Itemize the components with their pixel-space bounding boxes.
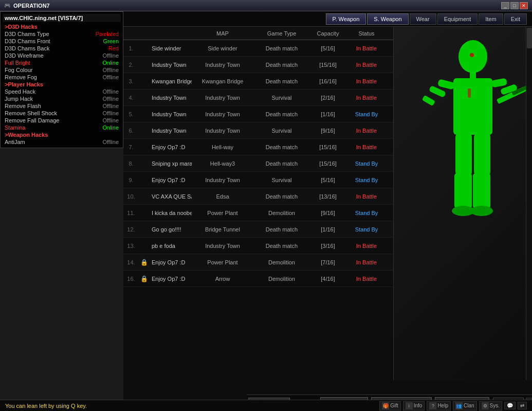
cheat-item-wireframe[interactable]: D3D Wireframe Offline bbox=[3, 52, 121, 59]
nav-item[interactable]: Item bbox=[479, 13, 503, 25]
col-capacity-header: Capacity bbox=[310, 30, 346, 37]
room-gametype: Death match bbox=[253, 111, 310, 117]
svg-rect-3 bbox=[437, 79, 455, 90]
room-gametype: Survival bbox=[253, 128, 310, 134]
table-row[interactable]: 13. pb e foda Industry Town Death match … bbox=[123, 238, 393, 254]
help-button[interactable]: ? Help bbox=[427, 401, 451, 410]
speech-button[interactable]: 💬 bbox=[504, 402, 516, 409]
room-status: In Battle bbox=[346, 95, 387, 101]
info-icon: i bbox=[406, 402, 413, 409]
table-row[interactable]: 9. Enjoy Op7 :D Industry Town Survival [… bbox=[123, 172, 393, 188]
nav-p-weapon[interactable]: P. Weapon bbox=[326, 13, 366, 25]
room-map: Industry Town bbox=[192, 243, 253, 249]
room-map: Kwangan Bridge bbox=[192, 78, 253, 84]
table-row[interactable]: 3. Kwangan Bridge Kwangan Bridge Death m… bbox=[123, 73, 393, 90]
sys-button[interactable]: ⚙ Sys. bbox=[479, 401, 502, 410]
room-name: Enjoy Op7 :D bbox=[149, 144, 192, 150]
room-status: In Battle bbox=[346, 276, 387, 282]
arrows-button[interactable]: ⇄ bbox=[518, 402, 527, 409]
row-number: 6. bbox=[123, 128, 139, 134]
cheat-item-chams-front[interactable]: D3D Chams Front Green bbox=[3, 38, 121, 45]
col-name-header bbox=[149, 30, 192, 37]
room-capacity: [1/16] bbox=[310, 226, 346, 233]
cheat-item-stamina[interactable]: Stamina Online bbox=[3, 124, 121, 131]
room-capacity: [15/16] bbox=[310, 160, 346, 167]
clan-button[interactable]: 👥 Clan bbox=[453, 401, 477, 410]
player-model-panel bbox=[393, 27, 532, 380]
room-gametype: Demolition bbox=[253, 259, 310, 265]
cheat-item-bright[interactable]: Full Bright Online bbox=[3, 59, 121, 66]
room-name: Industry Town bbox=[149, 62, 192, 68]
room-gametype: Demolition bbox=[253, 210, 310, 216]
maximize-button[interactable]: □ bbox=[510, 2, 519, 9]
cheat-item-jump-hack[interactable]: Jump Hack Offline bbox=[3, 95, 121, 102]
svg-rect-17 bbox=[468, 88, 471, 98]
room-gametype: Survival bbox=[253, 95, 310, 101]
nav-s-weapon[interactable]: S. Weapon bbox=[367, 13, 408, 25]
room-name: VC AXA QUE SABE JOGA ??? bbox=[149, 193, 192, 200]
gift-button[interactable]: 🎁 Gift bbox=[379, 401, 401, 410]
info-button[interactable]: i Info bbox=[403, 401, 425, 410]
cheat-item-chams-type[interactable]: D3D Chams Type Pixelated bbox=[3, 30, 121, 38]
row-number: 16. bbox=[123, 276, 139, 282]
cheat-item-chams-back[interactable]: D3D Chams Back Red bbox=[3, 45, 121, 52]
row-number: 10. bbox=[123, 193, 139, 200]
table-row[interactable]: 16. 🔒 Enjoy Op7 :D Arrow Demolition [4/1… bbox=[123, 271, 393, 287]
cheat-item-antijam[interactable]: AntiJam Offline bbox=[3, 138, 121, 146]
cheat-item-remove-shell[interactable]: Remove Shell Shock Offline bbox=[3, 110, 121, 117]
help-icon: ? bbox=[429, 402, 436, 409]
status-message: You can lean left by using Q key. bbox=[5, 403, 87, 409]
status-bar: You can lean left by using Q key. 🎁 Gift… bbox=[0, 400, 532, 411]
room-name: Industry Town bbox=[149, 111, 192, 117]
window-controls: _ □ ✕ bbox=[501, 2, 528, 9]
table-row[interactable]: 6. Industry Town Industry Town Survival … bbox=[123, 122, 393, 139]
col-gametype-header: Game Type bbox=[253, 30, 310, 37]
room-status: In Battle bbox=[346, 144, 387, 150]
room-map: Edsa bbox=[192, 193, 253, 200]
table-row[interactable]: 4. Industry Town Industry Town Survival … bbox=[123, 90, 393, 106]
row-number: 9. bbox=[123, 177, 139, 183]
table-row[interactable]: 10. VC AXA QUE SABE JOGA ??? Edsa Death … bbox=[123, 188, 393, 205]
room-map: Power Plant bbox=[192, 210, 253, 216]
cheat-section-weapon: >Weapon Hacks bbox=[3, 131, 121, 138]
row-number: 5. bbox=[123, 111, 139, 117]
cheat-item-remove-fall[interactable]: Remove Fall Damage Offline bbox=[3, 117, 121, 124]
table-row[interactable]: 5. Industry Town Industry Town Death mat… bbox=[123, 106, 393, 122]
room-gametype: Death match bbox=[253, 193, 310, 200]
cheat-item-remove-fog[interactable]: Remove Fog Offline bbox=[3, 74, 121, 81]
room-map: Bridge Tunnel bbox=[192, 226, 253, 233]
room-gametype: Survival bbox=[253, 177, 310, 183]
row-number: 14. bbox=[123, 259, 139, 265]
col-num bbox=[123, 30, 139, 37]
row-lock-icon: 🔒 bbox=[139, 275, 149, 282]
cheat-item-speed-hack[interactable]: Speed Hack Offline bbox=[3, 88, 121, 95]
row-number: 4. bbox=[123, 95, 139, 101]
cheat-item-fog-colour[interactable]: Fog Colour Offline bbox=[3, 66, 121, 74]
close-button[interactable]: ✕ bbox=[520, 2, 528, 9]
nav-equipment[interactable]: Equipment bbox=[437, 13, 478, 25]
room-status: Stand By bbox=[346, 111, 387, 117]
table-row[interactable]: 1. Side winder Side winder Death match [… bbox=[123, 40, 393, 57]
table-row[interactable]: 12. Go go go!!!! Bridge Tunnel Death mat… bbox=[123, 221, 393, 238]
cheat-section-player: >Player Hacks bbox=[3, 81, 121, 88]
table-row[interactable]: 11. I kicka da noober Power Plant Demoli… bbox=[123, 205, 393, 221]
svg-rect-2 bbox=[453, 78, 492, 135]
room-gametype: Death match bbox=[253, 78, 310, 84]
row-number: 2. bbox=[123, 62, 139, 68]
table-row[interactable]: 7. Enjoy Op7 :D Hell-way Death match [15… bbox=[123, 139, 393, 155]
cheat-item-remove-flash[interactable]: Remove Flash Offline bbox=[3, 102, 121, 110]
room-name: Enjoy Op7 :D bbox=[149, 276, 192, 282]
room-capacity: [15/16] bbox=[310, 62, 346, 68]
table-row[interactable]: 14. 🔒 Enjoy Op7 :D Power Plant Demolitio… bbox=[123, 254, 393, 271]
table-row[interactable]: 8. Sniping xp marathon Hell-way3 Death m… bbox=[123, 155, 393, 172]
table-row[interactable]: 2. Industry Town Industry Town Death mat… bbox=[123, 57, 393, 73]
svg-point-15 bbox=[470, 206, 493, 216]
svg-point-16 bbox=[470, 53, 474, 57]
minimize-button[interactable]: _ bbox=[501, 2, 509, 9]
room-status: In Battle bbox=[346, 62, 387, 68]
nav-wear[interactable]: Wear bbox=[410, 13, 436, 25]
row-number: 1. bbox=[123, 45, 139, 51]
nav-exit[interactable]: Exit bbox=[504, 13, 527, 25]
room-gametype: Demolition bbox=[253, 276, 310, 282]
row-number: 3. bbox=[123, 78, 139, 84]
